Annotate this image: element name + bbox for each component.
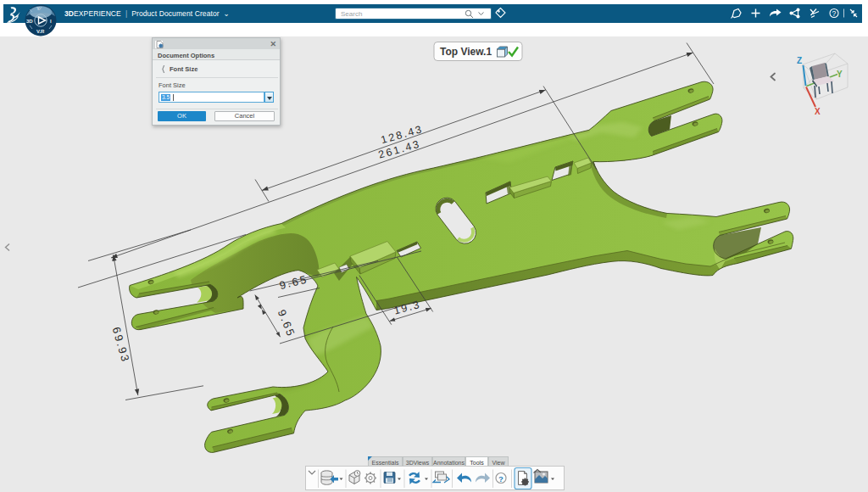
svg-text:?: ?	[832, 9, 837, 18]
svg-text:Y: Y	[837, 70, 843, 79]
svg-text:Z: Z	[797, 56, 802, 65]
svg-text:X: X	[815, 107, 821, 116]
svg-text:Top View.1: Top View.1	[440, 46, 492, 58]
svg-text:9.65: 9.65	[278, 272, 309, 292]
svg-text:V.R: V.R	[36, 29, 45, 34]
svg-text:3D: 3D	[26, 19, 33, 24]
